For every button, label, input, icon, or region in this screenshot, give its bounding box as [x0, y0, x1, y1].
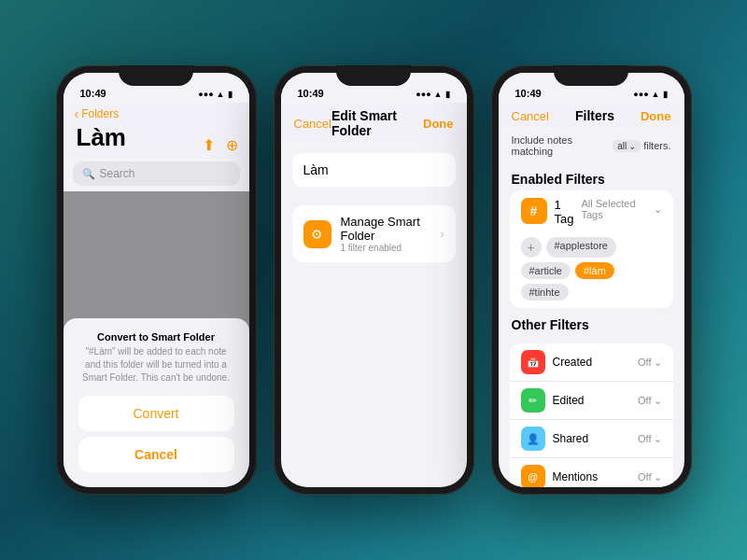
all-label: all	[617, 141, 627, 151]
signal-icon: ●●●	[198, 90, 213, 99]
filters-title: Filters	[575, 108, 614, 123]
screen-1: 10:49 ●●● ▲ ▮ ‹ Folders Làm ⬆ ⊕ 🔍 Search	[63, 73, 249, 487]
back-label: Folders	[81, 107, 119, 120]
other-filters-header: Other Filters	[499, 308, 684, 336]
selector-chevron: ⌄	[628, 141, 636, 151]
phone-3: 10:49 ●●● ▲ ▮ Cancel Filters Done Includ…	[491, 65, 692, 495]
time-2: 10:49	[298, 88, 324, 99]
chevron-icon: ›	[441, 228, 444, 241]
manage-icon: ⚙	[303, 220, 331, 248]
screen-2: 10:49 ●●● ▲ ▮ Cancel Edit Smart Folder D…	[281, 73, 467, 487]
edited-label: Edited	[553, 394, 631, 407]
search-bar[interactable]: 🔍 Search	[73, 161, 240, 186]
filter-mentions[interactable]: @ Mentions Off⌄	[510, 457, 673, 487]
modal-description: "#Làm" will be added to each note and th…	[78, 345, 234, 385]
gear-icon: ⚙	[311, 227, 323, 242]
signal-icon-2: ●●●	[416, 90, 430, 99]
mentions-icon: @	[521, 465, 545, 487]
at-icon: @	[528, 471, 538, 483]
screen-3: 10:49 ●●● ▲ ▮ Cancel Filters Done Includ…	[499, 73, 684, 487]
done-button-3[interactable]: Done	[641, 109, 671, 123]
mentions-label: Mentions	[553, 470, 631, 483]
all-selected-chevron: ⌄	[654, 203, 662, 216]
smart-folder-list: ⚙ Manage Smart Folder 1 filter enabled ›	[292, 205, 456, 262]
mentions-chevron: ⌄	[654, 471, 662, 483]
tag-applestore[interactable]: #applestore	[546, 237, 617, 258]
tag-lam[interactable]: #làm	[575, 262, 614, 279]
time-3: 10:49	[515, 88, 542, 99]
edited-value: Off⌄	[638, 395, 661, 407]
folder-name-input[interactable]: Làm	[292, 153, 456, 187]
nav-icons: ⬆ ⊕	[203, 136, 238, 154]
edit-icon: ✏	[529, 395, 537, 407]
manage-title: Manage Smart Folder	[341, 215, 431, 243]
wifi-icon-2: ▲	[434, 90, 443, 99]
add-tag-button[interactable]: +	[521, 237, 542, 258]
enabled-filters-card: # 1 Tag All Selected Tags ⌄ + #applestor…	[510, 190, 673, 308]
wifi-icon-3: ▲	[652, 90, 660, 99]
battery-icon-2: ▮	[445, 90, 450, 99]
all-selector[interactable]: all ⌄	[613, 140, 641, 152]
filter-note: Include notes matching all ⌄ filters.	[499, 131, 684, 162]
shared-label: Shared	[553, 432, 631, 445]
nav-bar-3: Cancel Filters Done	[499, 103, 684, 131]
add-icon[interactable]: ⊕	[226, 136, 238, 154]
tags-row: + #applestore #article #làm #tinhte	[510, 233, 673, 308]
filter-edited[interactable]: ✏ Edited Off⌄	[510, 381, 673, 419]
manage-text: Manage Smart Folder 1 filter enabled	[341, 215, 431, 253]
tag-filter-row[interactable]: # 1 Tag All Selected Tags ⌄	[510, 190, 673, 233]
back-button[interactable]: ‹ Folders	[75, 106, 238, 121]
nav-bar-2: Cancel Edit Smart Folder Done	[281, 103, 467, 146]
wifi-icon: ▲	[217, 90, 225, 99]
enabled-filters-header: Enabled Filters	[499, 162, 684, 190]
mentions-value: Off⌄	[638, 471, 661, 483]
cancel-button-3[interactable]: Cancel	[512, 109, 549, 123]
filter-shared[interactable]: 👤 Shared Off⌄	[510, 419, 673, 457]
phone-1: 10:49 ●●● ▲ ▮ ‹ Folders Làm ⬆ ⊕ 🔍 Search	[56, 65, 257, 495]
back-arrow-icon: ‹	[75, 106, 79, 121]
convert-button[interactable]: Convert	[78, 396, 234, 431]
battery-icon-3: ▮	[663, 90, 668, 99]
shared-icon: 👤	[521, 427, 545, 451]
filter-note-end: filters.	[643, 140, 670, 151]
notch-2	[336, 65, 411, 86]
modal-overlay: Convert to Smart Folder "#Làm" will be a…	[63, 191, 249, 487]
created-value: Off⌄	[638, 357, 661, 369]
phone-2: 10:49 ●●● ▲ ▮ Cancel Edit Smart Folder D…	[274, 65, 474, 495]
notch-3	[554, 65, 628, 86]
done-button-2[interactable]: Done	[423, 117, 454, 131]
content-area-1: Convert to Smart Folder "#Làm" will be a…	[63, 191, 249, 487]
status-icons-1: ●●● ▲ ▮	[198, 90, 232, 99]
manage-subtitle: 1 filter enabled	[341, 243, 431, 253]
manage-smart-folder-row[interactable]: ⚙ Manage Smart Folder 1 filter enabled ›	[292, 205, 456, 262]
edited-icon: ✏	[521, 388, 545, 413]
tag-label: 1 Tag	[555, 198, 574, 226]
status-icons-2: ●●● ▲ ▮	[416, 90, 449, 99]
shared-chevron: ⌄	[654, 433, 662, 445]
search-placeholder: Search	[100, 167, 135, 180]
signal-icon-3: ●●●	[633, 90, 648, 99]
tag-article[interactable]: #article	[521, 262, 571, 279]
nav-bar-1: ‹ Folders Làm ⬆ ⊕	[63, 103, 249, 158]
time-1: 10:49	[80, 88, 106, 99]
created-label: Created	[553, 356, 631, 369]
tag-tinhte[interactable]: #tinhte	[521, 284, 569, 301]
filter-created[interactable]: 📅 Created Off⌄	[510, 343, 673, 381]
other-filters-card: 📅 Created Off⌄ ✏ Edited Off⌄	[510, 343, 673, 487]
action-sheet: Convert to Smart Folder "#Làm" will be a…	[63, 318, 249, 487]
cancel-button-2[interactable]: Cancel	[294, 117, 331, 131]
status-icons-3: ●●● ▲ ▮	[633, 90, 667, 99]
created-chevron: ⌄	[654, 357, 662, 369]
tag-icon: #	[521, 198, 547, 224]
notch-1	[119, 65, 193, 86]
edited-chevron: ⌄	[654, 395, 662, 407]
modal-title: Convert to Smart Folder	[78, 331, 234, 343]
share-icon[interactable]: ⬆	[203, 136, 215, 154]
shared-value: Off⌄	[638, 433, 661, 445]
battery-icon: ▮	[228, 90, 233, 99]
filter-scroll: Include notes matching all ⌄ filters. En…	[499, 131, 684, 487]
cancel-button[interactable]: Cancel	[78, 437, 234, 472]
all-selected-tags: All Selected Tags ⌄	[581, 198, 661, 220]
filter-note-include: Include notes matching	[512, 134, 611, 157]
search-icon: 🔍	[82, 168, 95, 180]
